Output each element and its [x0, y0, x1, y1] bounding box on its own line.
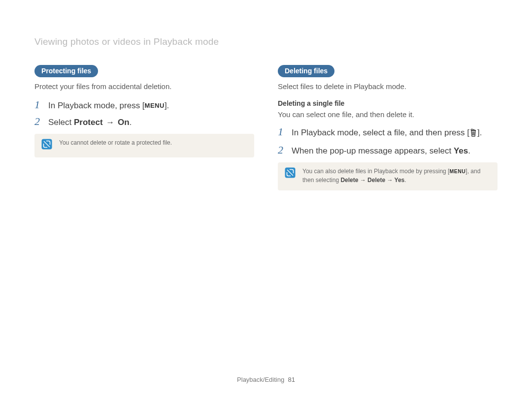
arrow: → [358, 177, 367, 184]
step-text-post: . [468, 146, 470, 155]
step-text-pre: In Playback mode, press [ [48, 101, 145, 110]
note-pre: You can also delete files in Playback mo… [302, 168, 449, 175]
step-number: 1 [278, 126, 287, 137]
two-column-layout: Protecting files Protect your files from… [34, 65, 498, 190]
deleting-steps: 1 In Playback mode, select a file, and t… [278, 126, 498, 156]
step-text-post: ]. [165, 101, 169, 110]
menu-glyph: MENU [449, 168, 466, 175]
step-text: In Playback mode, select a file, and the… [292, 127, 482, 140]
right-column: Deleting files Select files to delete in… [278, 65, 498, 190]
note-bold-delete1: Delete [340, 177, 358, 184]
protecting-steps: 1 In Playback mode, press [MENU]. 2 Sele… [34, 99, 254, 128]
note-box: You cannot delete or rotate a protected … [34, 134, 254, 157]
step-text-pre: In Playback mode, select a file, and the… [292, 128, 469, 137]
step-2: 2 When the pop-up message appears, selec… [278, 145, 498, 156]
step-bold-protect: Protect [74, 118, 103, 127]
arrow: → [385, 177, 394, 184]
page-title: Viewing photos or videos in Playback mod… [34, 36, 498, 47]
deleting-single-subhead: Deleting a single file [278, 99, 498, 107]
section-pill-deleting: Deleting files [278, 65, 334, 77]
note-icon [41, 139, 52, 152]
step-number: 1 [34, 99, 43, 110]
menu-glyph: MENU [145, 102, 165, 110]
protecting-lead: Protect your files from accidental delet… [34, 82, 254, 91]
step-number: 2 [278, 145, 287, 155]
note-icon [285, 167, 296, 180]
note-bold-yes: Yes [395, 177, 405, 184]
step-text: When the pop-up message appears, select … [292, 146, 470, 156]
note-post: . [404, 177, 406, 184]
step-text-post: . [130, 118, 132, 127]
deleting-lead: Select files to delete in Playback mode. [278, 82, 498, 91]
deleting-single-subtext: You can select one file, and then delete… [278, 110, 498, 119]
step-text-pre: When the pop-up message appears, select [292, 146, 454, 155]
step-bold-yes: Yes [454, 146, 468, 155]
step-text: In Playback mode, press [MENU]. [48, 100, 169, 111]
step-1: 1 In Playback mode, press [MENU]. [34, 99, 254, 111]
step-text: Select Protect → On. [48, 117, 132, 128]
arrow: → [103, 118, 118, 127]
step-2: 2 Select Protect → On. [34, 116, 254, 128]
note-text: You can also delete files in Playback mo… [302, 167, 491, 185]
section-pill-protecting: Protecting files [34, 65, 98, 77]
step-text-pre: Select [48, 118, 74, 127]
footer-section: Playback/Editing [237, 376, 284, 383]
left-column: Protecting files Protect your files from… [34, 65, 254, 190]
footer-page-number: 81 [288, 376, 295, 383]
trash-icon [469, 128, 477, 140]
manual-page: Viewing photos or videos in Playback mod… [0, 0, 532, 401]
note-bold-delete2: Delete [367, 177, 385, 184]
step-bold-on: On [118, 118, 130, 127]
step-text-post: ]. [477, 128, 482, 137]
note-box: You can also delete files in Playback mo… [278, 162, 498, 190]
page-footer: Playback/Editing 81 [0, 376, 532, 383]
step-1: 1 In Playback mode, select a file, and t… [278, 126, 498, 140]
note-text: You cannot delete or rotate a protected … [59, 139, 172, 147]
step-number: 2 [34, 116, 43, 127]
